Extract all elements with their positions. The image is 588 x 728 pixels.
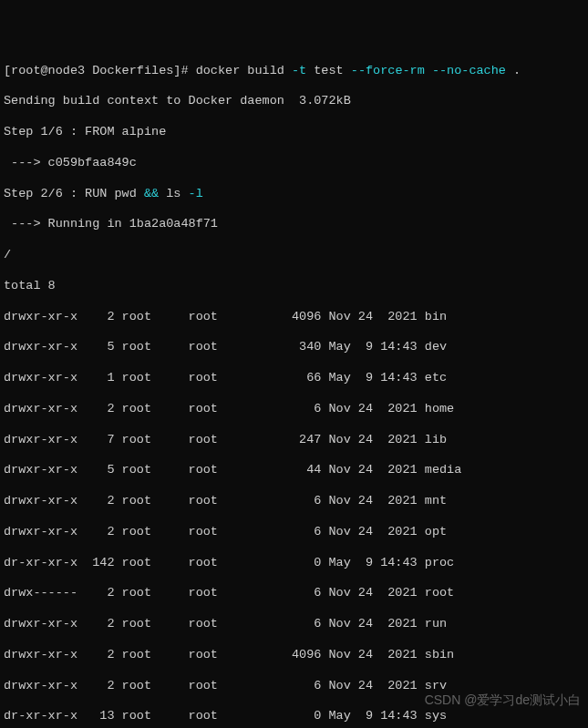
watermark: CSDN @爱学习de测试小白 bbox=[425, 692, 581, 709]
ls-row: drwxr-xr-x 7 root root 247 Nov 24 2021 l… bbox=[4, 433, 584, 448]
ls-row: drwxr-xr-x 2 root root 6 Nov 24 2021 opt bbox=[4, 525, 584, 540]
output-line: total 8 bbox=[4, 279, 584, 294]
flag: -l bbox=[189, 187, 203, 200]
cmd: docker build bbox=[196, 64, 292, 77]
output-line: ---> c059bfaa849c bbox=[4, 156, 584, 171]
output-line: ---> Running in 1ba2a0a48f71 bbox=[4, 217, 584, 232]
output-line: Step 1/6 : FROM alpine bbox=[4, 125, 584, 140]
cmd: test bbox=[306, 64, 351, 77]
ls-row: drwxr-xr-x 2 root root 6 Nov 24 2021 run bbox=[4, 617, 584, 632]
ls-row: drwxr-xr-x 2 root root 4096 Nov 24 2021 … bbox=[4, 310, 584, 325]
ls-row: drwxr-xr-x 2 root root 6 Nov 24 2021 srv bbox=[4, 679, 584, 694]
output-line: Sending build context to Docker daemon 3… bbox=[4, 94, 584, 109]
output-line: / bbox=[4, 248, 584, 263]
cmd: . bbox=[506, 64, 521, 77]
ls-row: drwxr-xr-x 2 root root 4096 Nov 24 2021 … bbox=[4, 648, 584, 663]
ls-row: drwxr-xr-x 5 root root 44 Nov 24 2021 me… bbox=[4, 463, 584, 478]
ls-row: dr-xr-xr-x 142 root root 0 May 9 14:43 p… bbox=[4, 556, 584, 571]
ls-row: drwxr-xr-x 2 root root 6 Nov 24 2021 mnt bbox=[4, 494, 584, 509]
flag: --force-rm --no-cache bbox=[351, 64, 506, 77]
prompt-line[interactable]: [root@node3 Dockerfiles]# docker build -… bbox=[4, 64, 584, 79]
operator: && bbox=[144, 187, 159, 200]
step-text: ls bbox=[159, 187, 188, 200]
ls-row: dr-xr-xr-x 13 root root 0 May 9 14:43 sy… bbox=[4, 709, 584, 724]
step-text: Step 2/6 : RUN pwd bbox=[4, 187, 144, 200]
prompt: [root@node3 Dockerfiles]# bbox=[4, 64, 196, 77]
ls-row: drwx------ 2 root root 6 Nov 24 2021 roo… bbox=[4, 586, 584, 601]
ls-row: drwxr-xr-x 1 root root 66 May 9 14:43 et… bbox=[4, 371, 584, 386]
ls-row: drwxr-xr-x 5 root root 340 May 9 14:43 d… bbox=[4, 340, 584, 355]
output-line: Step 2/6 : RUN pwd && ls -l bbox=[4, 187, 584, 202]
flag: -t bbox=[292, 64, 306, 77]
ls-row: drwxr-xr-x 2 root root 6 Nov 24 2021 hom… bbox=[4, 402, 584, 417]
